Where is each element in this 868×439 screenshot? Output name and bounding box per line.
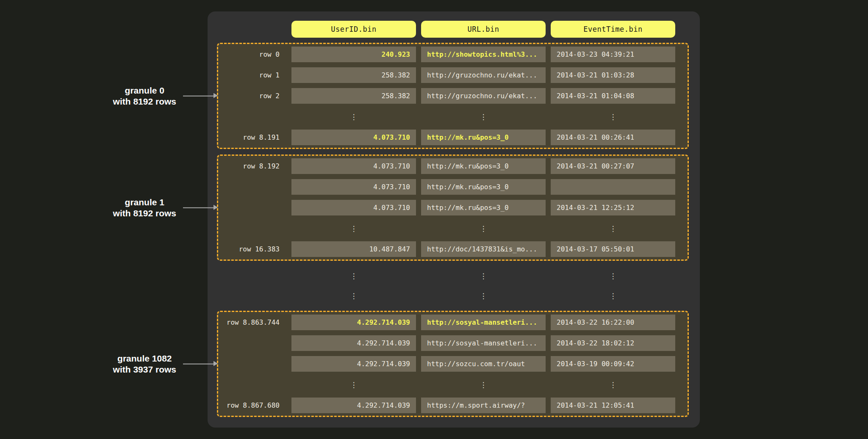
annotation-label: granule 1082with 3937 rows <box>113 353 176 375</box>
granule-box-1: row 8.1924.073.710http://mk.ru&pos=3_020… <box>216 155 689 261</box>
row-label: row 8.863.744 <box>216 315 286 330</box>
eventtime-cell: 2014-03-22 18:02:12 <box>551 335 675 351</box>
vertical-ellipsis-icon: ⋮ <box>291 109 416 124</box>
vertical-ellipsis-icon: ⋮ <box>551 268 675 284</box>
column-header-label: URL.bin <box>467 25 499 33</box>
url-cell: http://sosyal-mansetleri... <box>421 335 546 351</box>
granule-rows: row 8.1924.073.710http://mk.ru&pos=3_020… <box>216 158 689 257</box>
eventtime-cell: 2014-03-21 12:25:12 <box>551 200 675 215</box>
url-cell: http://mk.ru&pos=3_0 <box>421 130 546 145</box>
table-row: row 2258.382http://gruzochno.ru/ekat...2… <box>216 88 689 104</box>
row-label <box>216 200 286 215</box>
table-row: 4.292.714.039http://sosyal-mansetleri...… <box>216 335 689 351</box>
userid-cell: 240.923 <box>291 47 416 62</box>
annotation-line1: granule 1 <box>113 196 176 207</box>
table-row: row 16.38310.487.847http://doc/1437831&i… <box>216 241 689 257</box>
userid-cell: 4.073.710 <box>291 179 416 195</box>
table-row: row 1258.382http://gruzochno.ru/ekat...2… <box>216 67 689 83</box>
row-label: row 1 <box>216 67 286 83</box>
header-spacer <box>216 21 286 38</box>
annotation-line1: granule 1082 <box>113 353 176 364</box>
eventtime-cell: 2014-03-19 00:09:42 <box>551 356 675 372</box>
table-row: 4.073.710http://mk.ru&pos=3_02014-03-21 … <box>216 200 689 215</box>
row-label <box>216 335 286 351</box>
gap-ellipsis-row: ⋮⋮⋮ <box>216 268 691 284</box>
annotation-label: granule 1with 8192 rows <box>113 196 176 219</box>
vertical-ellipsis-icon: ⋮ <box>291 377 416 392</box>
eventtime-cell: 2014-03-17 05:50:01 <box>551 241 675 257</box>
vertical-ellipsis-icon: ⋮ <box>551 221 675 236</box>
userid-cell: 4.073.710 <box>291 158 416 174</box>
row-label <box>216 109 286 124</box>
row-label: row 16.383 <box>216 241 286 257</box>
arrow-right-icon <box>183 207 217 208</box>
granule-sections: row 0240.923http://showtopics.html%3...2… <box>216 43 691 417</box>
eventtime-cell: 2014-03-21 00:26:41 <box>551 130 675 145</box>
table-row: row 0240.923http://showtopics.html%3...2… <box>216 47 689 62</box>
table-row: 4.292.714.039http://sozcu.com.tr/oaut201… <box>216 356 689 372</box>
annotation-line1: granule 0 <box>113 85 176 96</box>
userid-cell: 4.073.710 <box>291 200 416 215</box>
row-label: row 2 <box>216 88 286 104</box>
column-header-eventtime: EventTime.bin <box>551 21 675 38</box>
annotation-line2: with 8192 rows <box>113 96 176 107</box>
granule-rows: row 8.863.7444.292.714.039http://sosyal-… <box>216 315 689 413</box>
granule-annotation-1082: granule 1082with 3937 rows <box>113 353 217 375</box>
column-header-label: EventTime.bin <box>583 25 643 33</box>
vertical-ellipsis-icon: ⋮ <box>421 268 546 284</box>
between-granules-gap: ⋮⋮⋮⋮⋮⋮ <box>216 266 691 305</box>
eventtime-cell: 2014-03-21 00:27:07 <box>551 158 675 174</box>
column-header-label: UserID.bin <box>331 25 376 33</box>
url-cell: http://gruzochno.ru/ekat... <box>421 67 546 83</box>
ellipsis-row: ⋮⋮⋮ <box>216 221 689 236</box>
arrow-right-icon <box>183 96 217 97</box>
eventtime-cell: 2014-03-23 04:39:21 <box>551 47 675 62</box>
ellipsis-row: ⋮⋮⋮ <box>216 377 689 392</box>
column-header-url: URL.bin <box>421 21 546 38</box>
row-label: row 0 <box>216 47 286 62</box>
eventtime-cell: 2014-03-21 01:03:28 <box>551 67 675 83</box>
url-cell: http://mk.ru&pos=3_0 <box>421 158 546 174</box>
table-row: row 8.867.6804.292.714.039https://m.spor… <box>216 398 689 413</box>
table-row: row 8.863.7444.292.714.039http://sosyal-… <box>216 315 689 330</box>
userid-cell: 4.292.714.039 <box>291 335 416 351</box>
vertical-ellipsis-icon: ⋮ <box>291 288 416 304</box>
row-label <box>216 221 286 236</box>
arrow-right-icon <box>183 364 217 364</box>
url-cell: http://doc/1437831&is_mo... <box>421 241 546 257</box>
row-label: row 8.192 <box>216 158 286 174</box>
vertical-ellipsis-icon: ⋮ <box>291 268 416 284</box>
table-row: row 8.1924.073.710http://mk.ru&pos=3_020… <box>216 158 689 174</box>
column-header-userid: UserID.bin <box>291 21 416 38</box>
url-cell: http://gruzochno.ru/ekat... <box>421 88 546 104</box>
row-label: row 8.867.680 <box>216 398 286 413</box>
granule-box-1082: row 8.863.7444.292.714.039http://sosyal-… <box>216 311 689 417</box>
granule-annotation-1: granule 1with 8192 rows <box>113 196 217 219</box>
userid-cell: 4.073.710 <box>291 130 416 145</box>
table-row: row 8.1914.073.710http://mk.ru&pos=3_020… <box>216 130 689 145</box>
annotation-label: granule 0with 8192 rows <box>113 85 176 107</box>
eventtime-cell: 2014-03-21 12:05:41 <box>551 398 675 413</box>
url-cell: https://m.sport.airway/? <box>421 398 546 413</box>
granule-annotation-0: granule 0with 8192 rows <box>113 85 217 107</box>
url-cell: http://mk.ru&pos=3_0 <box>421 179 546 195</box>
annotation-line2: with 3937 rows <box>113 364 176 375</box>
column-headers: UserID.bin URL.bin EventTime.bin <box>216 21 691 38</box>
vertical-ellipsis-icon: ⋮ <box>421 377 546 392</box>
eventtime-cell <box>551 179 675 195</box>
vertical-ellipsis-icon: ⋮ <box>421 288 546 304</box>
vertical-ellipsis-icon: ⋮ <box>551 377 675 392</box>
granule-box-0: row 0240.923http://showtopics.html%3...2… <box>216 43 689 149</box>
eventtime-cell: 2014-03-22 16:22:00 <box>551 315 675 330</box>
url-cell: http://sosyal-mansetleri... <box>421 315 546 330</box>
url-cell: http://mk.ru&pos=3_0 <box>421 200 546 215</box>
userid-cell: 258.382 <box>291 88 416 104</box>
userid-cell: 10.487.847 <box>291 241 416 257</box>
url-cell: http://showtopics.html%3... <box>421 47 546 62</box>
vertical-ellipsis-icon: ⋮ <box>551 288 675 304</box>
row-label <box>216 179 286 195</box>
vertical-ellipsis-icon: ⋮ <box>551 109 675 124</box>
ellipsis-row: ⋮⋮⋮ <box>216 109 689 124</box>
row-label <box>216 377 286 392</box>
annotation-line2: with 8192 rows <box>113 208 176 219</box>
